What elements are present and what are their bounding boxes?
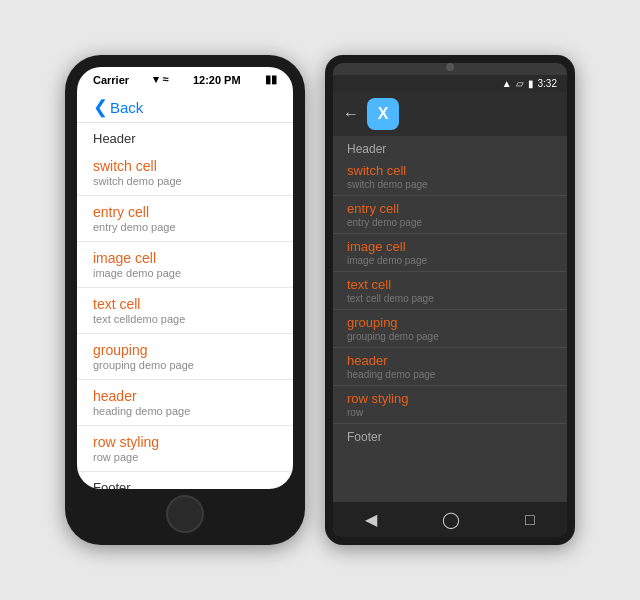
android-nav-bar: ◀ ◯ □: [333, 502, 567, 537]
android-app-icon: X: [367, 98, 399, 130]
cell-subtitle: entry demo page: [347, 217, 553, 228]
cell-subtitle: text celldemo page: [93, 313, 277, 325]
cell-subtitle: heading demo page: [347, 369, 553, 380]
android-footer: Footer: [333, 424, 567, 450]
android-content: Header switch cell switch demo page entr…: [333, 136, 567, 502]
cell-subtitle: grouping demo page: [347, 331, 553, 342]
cell-title: text cell: [347, 277, 553, 292]
iphone-status-bar: Carrier ▾ ≈ 12:20 PM ▮▮: [77, 67, 293, 90]
iphone-section-header: Header: [77, 123, 293, 150]
android-cell[interactable]: grouping grouping demo page: [333, 310, 567, 348]
cell-title: header: [93, 388, 277, 404]
android-home-icon[interactable]: ◯: [442, 510, 460, 529]
iphone-cell[interactable]: grouping grouping demo page: [77, 334, 293, 380]
app-icon-label: X: [378, 105, 389, 123]
android-recents-icon[interactable]: □: [525, 511, 535, 529]
android-cell[interactable]: text cell text cell demo page: [333, 272, 567, 310]
cell-title: row styling: [93, 434, 277, 450]
cell-title: row styling: [347, 391, 553, 406]
time-label: 3:32: [538, 78, 557, 89]
back-label: Back: [110, 99, 143, 116]
android-cell[interactable]: image cell image demo page: [333, 234, 567, 272]
android-section-header: Header: [333, 136, 567, 158]
cell-title: grouping: [347, 315, 553, 330]
cell-subtitle: switch demo page: [93, 175, 277, 187]
battery-icon: ▮▮: [265, 73, 277, 86]
android-cell[interactable]: entry cell entry demo page: [333, 196, 567, 234]
android-back-nav-icon[interactable]: ◀: [365, 510, 377, 529]
android-cell[interactable]: row styling row: [333, 386, 567, 424]
android-camera: [446, 63, 454, 71]
signal-icon: ▱: [516, 78, 524, 89]
android-status-bar: ▲ ▱ ▮ 3:32: [333, 75, 567, 92]
iphone-screen: Carrier ▾ ≈ 12:20 PM ▮▮ ❮ Back Header sw…: [77, 67, 293, 489]
cell-title: image cell: [93, 250, 277, 266]
iphone-cell[interactable]: entry cell entry demo page: [77, 196, 293, 242]
cell-title: text cell: [93, 296, 277, 312]
iphone-cell[interactable]: header heading demo page: [77, 380, 293, 426]
iphone-cell[interactable]: row styling row page: [77, 426, 293, 472]
cell-subtitle: image demo page: [347, 255, 553, 266]
iphone-nav-bar: ❮ Back: [77, 90, 293, 123]
phones-container: Carrier ▾ ≈ 12:20 PM ▮▮ ❮ Back Header sw…: [55, 45, 585, 555]
cell-subtitle: switch demo page: [347, 179, 553, 190]
cell-subtitle: grouping demo page: [93, 359, 277, 371]
iphone-home-button[interactable]: [166, 495, 204, 533]
cell-title: header: [347, 353, 553, 368]
cell-title: switch cell: [93, 158, 277, 174]
cell-title: grouping: [93, 342, 277, 358]
cell-subtitle: image demo page: [93, 267, 277, 279]
wifi-icon: ▾ ≈: [153, 73, 168, 86]
iphone-cell[interactable]: image cell image demo page: [77, 242, 293, 288]
chevron-left-icon: ❮: [93, 96, 108, 118]
android-device: ▲ ▱ ▮ 3:32 ← X Header switch cell switch…: [325, 55, 575, 545]
android-top-bar: ← X: [333, 92, 567, 136]
cell-subtitle: text cell demo page: [347, 293, 553, 304]
wifi-icon: ▲: [502, 78, 512, 89]
android-screen: ▲ ▱ ▮ 3:32 ← X Header switch cell switch…: [333, 63, 567, 537]
cell-title: entry cell: [93, 204, 277, 220]
time-label: 12:20 PM: [193, 74, 241, 86]
cell-title: image cell: [347, 239, 553, 254]
iphone-device: Carrier ▾ ≈ 12:20 PM ▮▮ ❮ Back Header sw…: [65, 55, 305, 545]
iphone-footer: Footer: [77, 472, 293, 489]
iphone-cell[interactable]: text cell text celldemo page: [77, 288, 293, 334]
android-cell[interactable]: switch cell switch demo page: [333, 158, 567, 196]
cell-subtitle: entry demo page: [93, 221, 277, 233]
cell-subtitle: heading demo page: [93, 405, 277, 417]
cell-title: entry cell: [347, 201, 553, 216]
back-button[interactable]: ❮ Back: [93, 96, 277, 118]
cell-subtitle: row page: [93, 451, 277, 463]
carrier-label: Carrier: [93, 74, 129, 86]
cell-title: switch cell: [347, 163, 553, 178]
battery-icon: ▮: [528, 78, 534, 89]
android-cell[interactable]: header heading demo page: [333, 348, 567, 386]
android-back-button[interactable]: ←: [343, 105, 359, 123]
iphone-content: Header switch cell switch demo page entr…: [77, 123, 293, 489]
cell-subtitle: row: [347, 407, 553, 418]
iphone-cell[interactable]: switch cell switch demo page: [77, 150, 293, 196]
